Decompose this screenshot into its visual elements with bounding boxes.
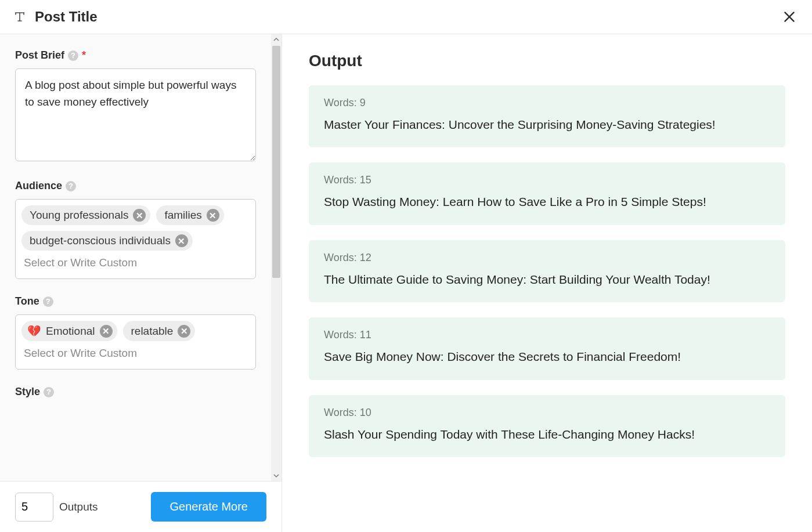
audience-tags: Young professionals ✕ families ✕ budget-… xyxy=(21,205,250,251)
tone-tagbox[interactable]: 💔 Emotional ✕ relatable ✕ xyxy=(15,314,256,370)
broken-heart-icon: 💔 xyxy=(27,324,41,338)
tone-label-row: Tone ? xyxy=(15,295,256,307)
audience-input[interactable] xyxy=(21,251,250,277)
outputs-count-input[interactable] xyxy=(15,493,53,522)
audience-label-row: Audience ? xyxy=(15,180,256,192)
tag-label: families xyxy=(164,209,201,222)
result-title: Master Your Finances: Uncover the Surpri… xyxy=(324,116,770,133)
tone-tags: 💔 Emotional ✕ relatable ✕ xyxy=(21,321,250,341)
audience-tagbox[interactable]: Young professionals ✕ families ✕ budget-… xyxy=(15,199,256,279)
result-title: Save Big Money Now: Discover the Secrets… xyxy=(324,348,770,365)
field-audience: Audience ? Young professionals ✕ familie xyxy=(15,180,256,279)
result-title: The Ultimate Guide to Saving Money: Star… xyxy=(324,271,770,288)
scrollbar[interactable] xyxy=(271,34,282,481)
header: Post Title xyxy=(0,0,812,34)
text-icon xyxy=(13,10,27,24)
style-label: Style xyxy=(15,386,40,398)
sidebar-scroll-wrap: Post Brief ? * Audience ? xyxy=(0,34,282,481)
sidebar-form: Post Brief ? * Audience ? xyxy=(0,34,271,481)
outputs-label: Outputs xyxy=(59,501,98,513)
post-brief-textarea[interactable] xyxy=(15,68,256,161)
audience-tag: Young professionals ✕ xyxy=(21,205,150,225)
close-button[interactable] xyxy=(779,7,799,27)
help-icon[interactable]: ? xyxy=(66,181,76,191)
sidebar: Post Brief ? * Audience ? xyxy=(0,34,282,532)
result-card[interactable]: Words: 11 Save Big Money Now: Discover t… xyxy=(309,317,785,379)
output-heading: Output xyxy=(309,52,785,70)
outputs-control: Outputs xyxy=(15,493,98,522)
tone-input[interactable] xyxy=(21,341,250,368)
generate-more-button[interactable]: Generate More xyxy=(151,492,266,522)
close-icon xyxy=(782,9,797,24)
help-icon[interactable]: ? xyxy=(44,387,54,397)
audience-tag: families ✕ xyxy=(156,205,223,225)
scroll-thumb[interactable] xyxy=(272,46,280,278)
tag-remove-button[interactable]: ✕ xyxy=(133,209,146,222)
word-count: Words: 10 xyxy=(324,407,770,419)
help-icon[interactable]: ? xyxy=(43,296,53,307)
word-count: Words: 9 xyxy=(324,97,770,109)
chevron-down-icon xyxy=(273,473,279,479)
style-label-row: Style ? xyxy=(15,386,256,398)
word-count: Words: 12 xyxy=(324,252,770,264)
field-style: Style ? xyxy=(15,386,256,398)
tag-remove-button[interactable]: ✕ xyxy=(207,209,219,222)
scroll-down-button[interactable] xyxy=(271,471,282,481)
sidebar-footer: Outputs Generate More xyxy=(0,481,282,532)
body: Post Brief ? * Audience ? xyxy=(0,34,812,532)
result-card[interactable]: Words: 10 Slash Your Spending Today with… xyxy=(309,395,785,457)
tag-remove-button[interactable]: ✕ xyxy=(175,234,188,247)
tag-label: relatable xyxy=(131,325,174,338)
result-card[interactable]: Words: 15 Stop Wasting Money: Learn How … xyxy=(309,162,785,225)
tag-remove-button[interactable]: ✕ xyxy=(178,325,190,338)
tone-tag: 💔 Emotional ✕ xyxy=(21,321,117,341)
app-root: Post Title Post Brief ? * xyxy=(0,0,812,532)
result-card[interactable]: Words: 9 Master Your Finances: Uncover t… xyxy=(309,85,785,147)
result-card[interactable]: Words: 12 The Ultimate Guide to Saving M… xyxy=(309,240,785,302)
post-brief-label: Post Brief xyxy=(15,49,64,61)
tone-label: Tone xyxy=(15,295,39,307)
tag-label: Young professionals xyxy=(30,209,128,222)
tone-tag: relatable ✕ xyxy=(123,321,196,341)
output-panel: Output Words: 9 Master Your Finances: Un… xyxy=(282,34,812,532)
post-brief-label-row: Post Brief ? * xyxy=(15,49,256,61)
word-count: Words: 15 xyxy=(324,174,770,186)
tag-label: Emotional xyxy=(46,325,95,338)
page-title: Post Title xyxy=(35,9,98,25)
word-count: Words: 11 xyxy=(324,329,770,341)
result-title: Slash Your Spending Today with These Lif… xyxy=(324,426,770,443)
header-left: Post Title xyxy=(13,9,98,25)
chevron-up-icon xyxy=(273,37,279,42)
audience-label: Audience xyxy=(15,180,62,192)
tag-remove-button[interactable]: ✕ xyxy=(100,325,113,338)
required-star: * xyxy=(82,49,86,61)
help-icon[interactable]: ? xyxy=(68,50,78,61)
field-tone: Tone ? 💔 Emotional ✕ xyxy=(15,295,256,370)
audience-tag: budget-conscious individuals ✕ xyxy=(21,231,193,251)
scroll-up-button[interactable] xyxy=(271,34,282,45)
field-post-brief: Post Brief ? * xyxy=(15,49,256,164)
tag-label: budget-conscious individuals xyxy=(30,234,171,247)
result-title: Stop Wasting Money: Learn How to Save Li… xyxy=(324,193,770,211)
